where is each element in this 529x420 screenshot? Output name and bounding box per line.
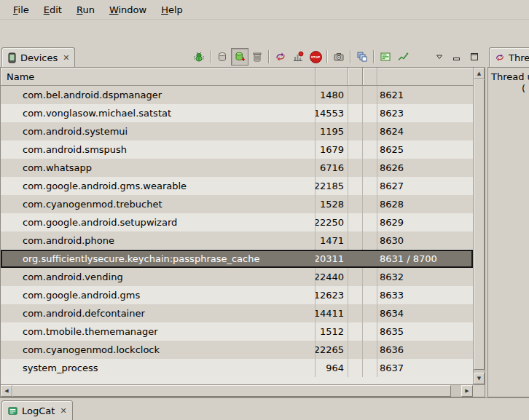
menu-bar: File Edit Run Window Help [0, 0, 529, 19]
empty-cell [363, 322, 377, 341]
process-name: org.sufficientlysecure.keychain:passphra… [1, 250, 316, 268]
scroll-right-button[interactable]: ▶ [461, 385, 473, 397]
empty-cell [363, 359, 377, 377]
table-row[interactable]: com.android.systemui 1195 8624 [1, 122, 473, 140]
table-row[interactable]: com.vonglasow.michael.satstat 14553 8623 [1, 104, 473, 122]
process-pid: 14553 [316, 104, 348, 122]
view-menu-button[interactable] [431, 48, 448, 66]
vertical-scroll-thumb[interactable] [474, 79, 485, 370]
toolbar-strip [0, 19, 529, 47]
threads-tabbar: Threa [487, 46, 529, 68]
update-threads-button[interactable] [272, 48, 289, 66]
tab-threads[interactable]: Threa [489, 47, 529, 67]
update-heap-button[interactable] [213, 48, 231, 66]
horizontal-scrollbar[interactable]: ◀ ▶ [1, 384, 473, 397]
table-row[interactable]: com.google.android.setupwizard 22250 862… [1, 213, 473, 231]
tab-devices[interactable]: Devices ✕ [1, 47, 75, 67]
minimize-button[interactable] [448, 48, 466, 66]
empty-cell [348, 213, 363, 231]
process-port: 8632 [377, 268, 473, 286]
scroll-up-button[interactable]: ▲ [474, 68, 485, 79]
start-opengl-trace-icon [397, 51, 409, 63]
process-name: com.cyanogenmod.lockclock [1, 341, 316, 359]
table-row[interactable]: com.google.android.gms 12623 8633 [1, 286, 473, 304]
table-row[interactable]: com.whatsapp 6716 8626 [1, 159, 473, 177]
column-header-name[interactable]: Name [1, 68, 316, 85]
menu-file[interactable]: File [6, 2, 36, 17]
threads-panel-body: Thread up ( [487, 67, 529, 397]
menu-window[interactable]: Window [102, 2, 154, 17]
dump-hprof-button[interactable] [231, 48, 248, 66]
stop-process-button[interactable]: STOP [307, 48, 324, 66]
menu-run[interactable]: Run [69, 2, 102, 17]
process-name: com.android.smspush [1, 140, 316, 159]
column-header-pid[interactable] [316, 68, 348, 85]
table-row[interactable]: com.bel.android.dspmanager 1480 8621 [1, 86, 473, 104]
empty-cell [348, 195, 363, 213]
column-header-port[interactable] [377, 68, 473, 85]
menu-edit[interactable]: Edit [36, 2, 69, 17]
screen-capture-button[interactable] [330, 48, 348, 66]
horizontal-scroll-thumb[interactable] [12, 385, 451, 397]
process-name: com.google.android.gms [1, 286, 316, 304]
table-row[interactable]: com.cyanogenmod.trebuchet 1528 8628 [1, 195, 473, 213]
start-opengl-trace-button[interactable] [394, 48, 412, 66]
table-row[interactable]: system_process 964 8637 [1, 359, 473, 377]
empty-cell [348, 231, 363, 250]
tab-devices-label: Devices [20, 52, 58, 63]
table-row-selected[interactable]: org.sufficientlysecure.keychain:passphra… [1, 250, 473, 268]
process-port: 8625 [377, 140, 473, 159]
table-row[interactable]: com.tmobile.thememanager 1512 8635 [1, 322, 473, 341]
empty-cell [348, 86, 363, 104]
start-method-profiling-button[interactable] [289, 48, 307, 66]
debug-process-button[interactable] [190, 48, 208, 66]
ddms-window: { "menu_bar": { "items": [ {"label": "Fi… [0, 0, 529, 420]
cause-gc-button[interactable] [248, 48, 266, 66]
process-name: com.google.android.setupwizard [1, 213, 316, 231]
menu-help[interactable]: Help [154, 2, 190, 17]
process-port: 8630 [377, 231, 473, 250]
empty-cell [348, 250, 363, 268]
scroll-down-button[interactable]: ▼ [474, 373, 485, 384]
scroll-left-button[interactable]: ◀ [1, 385, 12, 397]
close-icon[interactable]: ✕ [60, 407, 66, 415]
maximize-button[interactable] [466, 48, 483, 66]
table-header: Name [1, 68, 473, 86]
vertical-scrollbar[interactable]: ▲ ▼ [473, 68, 485, 384]
update-threads-icon [275, 51, 286, 63]
table-row[interactable]: com.android.smspush 1679 8625 [1, 140, 473, 159]
tab-logcat[interactable]: LogCat ✕ [1, 400, 73, 420]
process-port: 8635 [377, 322, 473, 341]
process-name: com.android.defcontainer [1, 304, 316, 322]
dump-view-hierarchy-button[interactable] [353, 48, 371, 66]
stop-process-icon: STOP [310, 51, 322, 63]
threads-message-line2: ( [522, 83, 525, 94]
table-body: com.bel.android.dspmanager 1480 8621 com… [1, 86, 473, 384]
process-port: 8621 [377, 86, 473, 104]
screen-capture-icon [333, 51, 345, 63]
table-row[interactable]: com.google.android.gms.wearable 22185 86… [1, 177, 473, 195]
table-row[interactable]: com.android.vending 22440 8632 [1, 268, 473, 286]
empty-cell [363, 213, 377, 231]
table-row[interactable]: com.android.phone 1471 8630 [1, 231, 473, 250]
toolbar-separator [373, 50, 375, 63]
capture-systrace-button[interactable] [377, 48, 394, 66]
empty-cell [348, 359, 363, 377]
process-name: com.vonglasow.michael.satstat [1, 104, 316, 122]
scroll-up-icon: ▲ [477, 71, 481, 76]
process-port: 8624 [377, 122, 473, 140]
toolbar-separator [268, 50, 270, 63]
column-header-2[interactable] [348, 68, 363, 85]
process-pid: 22185 [316, 177, 348, 195]
table-row[interactable]: com.cyanogenmod.lockclock 22265 8636 [1, 341, 473, 359]
empty-cell [348, 159, 363, 177]
empty-cell [348, 268, 363, 286]
column-header-3[interactable] [363, 68, 377, 85]
empty-cell [363, 104, 377, 122]
empty-cell [363, 195, 377, 213]
empty-cell [363, 122, 377, 140]
table-row[interactable]: com.android.defcontainer 14411 8634 [1, 304, 473, 322]
process-pid: 14411 [316, 304, 348, 322]
close-icon[interactable]: ✕ [63, 54, 69, 62]
empty-cell [348, 286, 363, 304]
